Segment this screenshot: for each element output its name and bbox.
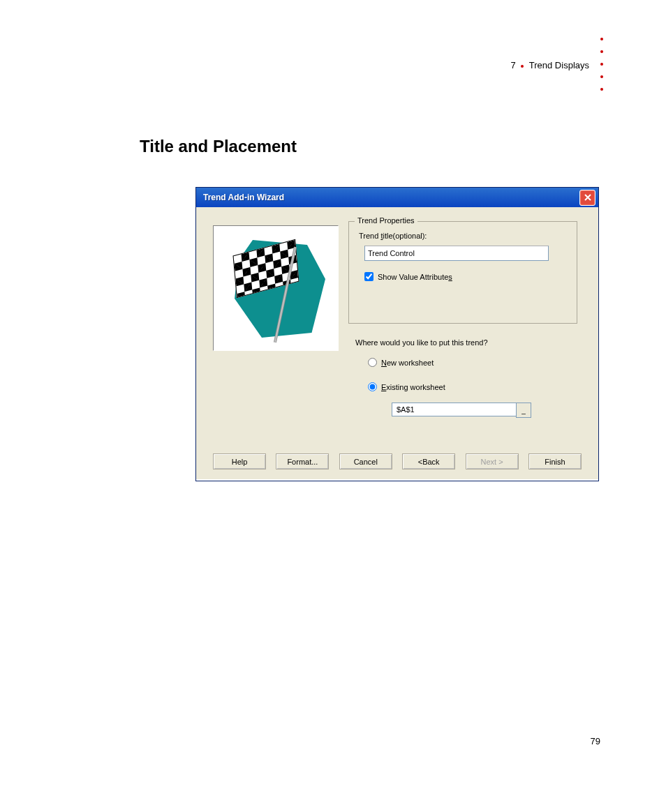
dialog-title: Trend Add-in Wizard: [203, 193, 284, 202]
trend-title-input[interactable]: [364, 246, 549, 261]
cell-reference-input[interactable]: [392, 403, 516, 416]
close-button[interactable]: [579, 190, 595, 206]
show-value-attributes-input[interactable]: [364, 272, 373, 281]
existing-worksheet-label: Existing worksheet: [381, 383, 445, 391]
chapter-title: Trend Displays: [529, 60, 589, 70]
help-button[interactable]: Help: [213, 453, 266, 469]
new-worksheet-input[interactable]: [368, 358, 377, 367]
dialog-titlebar[interactable]: Trend Add-in Wizard: [196, 188, 598, 207]
finish-button[interactable]: Finish: [528, 453, 582, 469]
section-heading: Title and Placement: [140, 137, 297, 156]
close-icon: [584, 194, 591, 201]
new-worksheet-radio[interactable]: New worksheet: [368, 358, 434, 367]
bullet-icon: [521, 65, 524, 68]
wizard-button-row: Help Format... Cancel <Back Next > Finis…: [213, 453, 582, 469]
trend-properties-group: Trend Properties Trend title(optional): …: [348, 221, 577, 324]
page-number: 79: [591, 736, 600, 746]
chapter-number: 7: [511, 60, 516, 70]
next-button: Next >: [466, 453, 519, 469]
dot-icon: [600, 38, 603, 40]
trend-title-label: Trend title(optional):: [359, 232, 427, 240]
dot-icon: [600, 75, 603, 78]
format-button[interactable]: Format...: [276, 453, 329, 469]
decorative-dots-column: [600, 38, 603, 91]
dot-icon: [600, 63, 603, 66]
show-value-attributes-label: Show Value Attributes: [378, 273, 452, 281]
page-header: 7 Trend Displays: [511, 60, 589, 70]
existing-worksheet-input[interactable]: [368, 382, 377, 391]
wizard-decorative-image: [213, 225, 339, 351]
existing-worksheet-radio[interactable]: Existing worksheet: [368, 382, 445, 391]
wizard-dialog: Trend Add-in Wizard Trend Properties Tre…: [195, 187, 599, 481]
dot-icon: [600, 50, 603, 53]
back-button[interactable]: <Back: [402, 453, 455, 469]
show-value-attributes-checkbox[interactable]: Show Value Attributes: [364, 272, 452, 281]
cancel-button[interactable]: Cancel: [339, 453, 392, 469]
new-worksheet-label: New worksheet: [381, 359, 434, 367]
dot-icon: [600, 88, 603, 91]
collapse-dialog-button[interactable]: _: [516, 403, 531, 418]
cell-reference-group: _: [392, 403, 531, 416]
group-legend: Trend Properties: [355, 216, 417, 225]
placement-question: Where would you like to put this trend?: [355, 338, 488, 347]
dialog-body: Trend Properties Trend title(optional): …: [196, 207, 598, 479]
